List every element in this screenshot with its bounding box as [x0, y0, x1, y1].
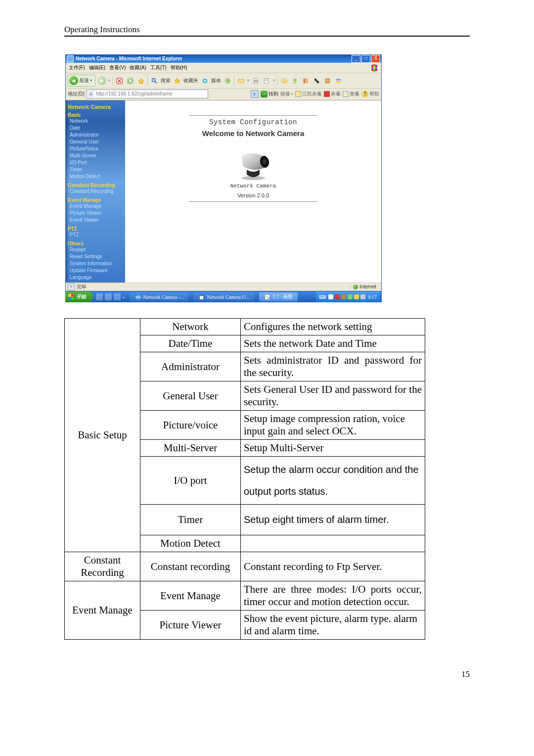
- svg-point-6: [152, 78, 155, 82]
- print-button[interactable]: [251, 76, 260, 85]
- search-button[interactable]: [150, 76, 159, 85]
- refresh-button[interactable]: [126, 76, 134, 85]
- sidebar-item-picture-voice[interactable]: Picture/Voice: [68, 145, 123, 152]
- item-picture-voice: Picture/voice: [140, 411, 241, 440]
- tray-icon[interactable]: [328, 294, 333, 299]
- history-button[interactable]: [223, 76, 232, 85]
- favorites-button[interactable]: [173, 76, 181, 85]
- camera-caption: Network Camera: [189, 184, 317, 189]
- svg-rect-26: [326, 79, 329, 83]
- toolbar: ◄ 后退 ▾ ► ▾: [66, 73, 381, 89]
- camera-illustration: [231, 146, 275, 181]
- sidebar-item-event-viewer[interactable]: Event Viewer: [68, 217, 123, 224]
- help-icon: ?: [361, 91, 368, 97]
- antivirus-label[interactable]: 江民杀毒: [295, 91, 322, 97]
- status-zone: Internet: [350, 284, 379, 289]
- window-maximize-button[interactable]: □: [361, 55, 370, 63]
- sidebar-item-general-user[interactable]: General User: [68, 139, 123, 145]
- messenger-icon[interactable]: [290, 76, 299, 85]
- sidebar-item-language[interactable]: Language: [68, 274, 123, 281]
- page-icon: e: [88, 91, 94, 97]
- item-multi-server: Multi-Server: [140, 440, 241, 457]
- forward-button[interactable]: ►: [97, 76, 106, 85]
- item-io-port: I/O port: [140, 457, 241, 505]
- ie-icon: [67, 55, 74, 62]
- tray-lang[interactable]: ⌨: [319, 294, 326, 300]
- table-row: Basic Setup Network Configures the netwo…: [65, 319, 425, 335]
- page-title: System Configuration: [189, 119, 317, 126]
- mail-button[interactable]: [236, 76, 245, 85]
- desc-timer: Setup eight timers of alarm timer.: [241, 505, 425, 535]
- tray-icon[interactable]: [335, 294, 340, 299]
- menu-file[interactable]: 文件(F): [69, 64, 85, 71]
- desc-io-port: Setup the alarm occur condition and the …: [241, 457, 425, 505]
- group-constant-recording: Constant Recording: [65, 552, 140, 581]
- window-close-button[interactable]: X: [371, 55, 380, 63]
- svg-rect-24: [315, 80, 317, 81]
- sidebar-item-date[interactable]: Date: [68, 125, 123, 132]
- discuss-button[interactable]: [279, 76, 288, 85]
- menu-fav[interactable]: 收藏(A): [130, 64, 146, 71]
- tray-icon[interactable]: [354, 294, 359, 299]
- quick-launch-item[interactable]: [96, 293, 103, 300]
- item-event-manage: Event Manage: [140, 581, 241, 611]
- desc-network: Configures the network setting: [241, 319, 425, 335]
- favorites-label: 收藏夹: [183, 78, 198, 83]
- svg-rect-28: [336, 81, 341, 83]
- stop-button[interactable]: [115, 76, 124, 85]
- sidebar-item-administrator[interactable]: Administrator: [68, 132, 123, 139]
- ie-logo-icon: [370, 64, 378, 72]
- tray-icon[interactable]: [341, 294, 346, 299]
- item-picture-viewer: Picture Viewer: [140, 611, 241, 640]
- menu-view[interactable]: 查看(V): [109, 64, 126, 71]
- sidebar-item-ptz[interactable]: PTZ: [68, 232, 123, 238]
- sidebar-section-constant-recording: Constant Recording: [68, 183, 123, 188]
- taskbar-item-paint[interactable]: 5 2 - 画图: [259, 292, 298, 301]
- research-icon[interactable]: [301, 76, 310, 85]
- back-button[interactable]: ◄ 后退 ▾: [68, 75, 95, 87]
- menu-help[interactable]: 帮助(H): [171, 64, 187, 71]
- tray-icon[interactable]: [348, 294, 353, 299]
- svg-rect-12: [254, 78, 258, 80]
- home-button[interactable]: [136, 76, 145, 85]
- sidebar-item-reset-settings[interactable]: Reset Settings: [68, 253, 123, 260]
- scan-virus-button[interactable]: 查毒: [343, 91, 359, 97]
- media-button[interactable]: [200, 76, 209, 85]
- item-date-time: Date/Time: [140, 335, 241, 352]
- sidebar-item-system-info[interactable]: System Information: [68, 260, 123, 267]
- go-button[interactable]: → 转到: [261, 91, 278, 97]
- window-minimize-button[interactable]: _: [352, 55, 360, 63]
- sidebar-item-timer[interactable]: Timer: [68, 166, 123, 173]
- help-button[interactable]: ? 帮助: [361, 91, 379, 97]
- item-network: Network: [140, 319, 241, 335]
- edit-button[interactable]: [262, 76, 271, 85]
- sidebar-item-constant-recording[interactable]: Constant Recording: [68, 188, 123, 195]
- tool-icon-3[interactable]: [334, 76, 343, 85]
- go-icon: →: [261, 91, 267, 97]
- taskbar-item-doc[interactable]: Network Camera.U...: [193, 292, 254, 301]
- sidebar-title: Network Camera: [68, 104, 123, 110]
- sidebar-item-multi-server[interactable]: Multi-Server: [68, 152, 123, 159]
- tray-icon[interactable]: [360, 294, 365, 299]
- address-dropdown-icon[interactable]: v: [251, 90, 259, 98]
- start-button[interactable]: 开始: [65, 291, 93, 302]
- taskbar-item-ie[interactable]: Network Camera -...: [130, 292, 189, 301]
- links-label[interactable]: 链接»: [280, 92, 293, 96]
- sidebar-item-event-manage[interactable]: Event Manage: [68, 203, 123, 210]
- tool-icon-2[interactable]: [323, 76, 332, 85]
- sidebar-item-restart[interactable]: Restart: [68, 246, 123, 253]
- menu-edit[interactable]: 编辑(E): [89, 64, 105, 71]
- sidebar-item-motion-detect[interactable]: Motion Detect: [68, 173, 123, 180]
- quick-launch-item[interactable]: [105, 293, 112, 300]
- sidebar-item-network[interactable]: Network: [68, 118, 123, 125]
- quick-launch-item[interactable]: [114, 293, 121, 300]
- sidebar-item-io-port[interactable]: I/O Port: [68, 159, 123, 166]
- menu-tools[interactable]: 工具(T): [150, 64, 167, 71]
- address-input[interactable]: e http://192.168.1.62/cgi/adminframe: [87, 90, 208, 98]
- version-text: Version 2.0.0: [189, 193, 317, 198]
- kill-virus-button[interactable]: 杀毒: [324, 91, 341, 97]
- sidebar-item-picture-viewer[interactable]: Picture Viewer: [68, 210, 123, 217]
- tool-icon-1[interactable]: [312, 76, 321, 85]
- svg-rect-20: [303, 78, 305, 83]
- sidebar-item-update-firmware[interactable]: Update Firmware: [68, 267, 123, 274]
